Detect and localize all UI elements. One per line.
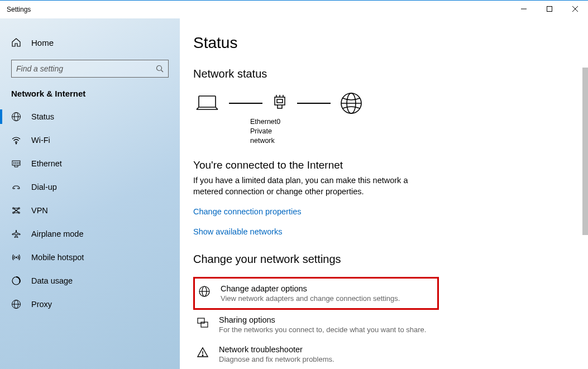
sidebar-item-label: Status bbox=[31, 112, 54, 121]
vpn-icon bbox=[11, 205, 21, 215]
connection-line bbox=[229, 103, 262, 104]
home-icon bbox=[11, 37, 21, 47]
sidebar-item-label: Wi-Fi bbox=[31, 136, 50, 145]
dialup-icon bbox=[11, 182, 21, 192]
svg-point-15 bbox=[13, 208, 15, 209]
connected-description: If you have a limited data plan, you can… bbox=[193, 175, 417, 198]
svg-rect-29 bbox=[275, 97, 285, 105]
ethernet-icon bbox=[11, 159, 21, 169]
setting-title: Change adapter options bbox=[221, 284, 400, 293]
setting-desc: Diagnose and fix network problems. bbox=[219, 355, 334, 363]
svg-point-4 bbox=[157, 66, 162, 71]
svg-rect-30 bbox=[277, 99, 283, 103]
sidebar: Home Network & Internet Status Wi-Fi bbox=[0, 18, 180, 369]
row-change-adapter-options[interactable]: Change adapter options View network adap… bbox=[193, 277, 439, 310]
internet-globe-icon bbox=[340, 92, 363, 115]
main-content: Status Network status Ethernet0 Private … bbox=[180, 18, 588, 369]
window-controls bbox=[511, 1, 588, 17]
home-label: Home bbox=[31, 38, 54, 47]
minimize-button[interactable] bbox=[511, 1, 537, 17]
data-usage-icon bbox=[11, 276, 21, 286]
sidebar-item-ethernet[interactable]: Ethernet bbox=[0, 152, 180, 175]
maximize-button[interactable] bbox=[537, 1, 562, 17]
sidebar-item-status[interactable]: Status bbox=[0, 105, 180, 128]
sidebar-item-dialup[interactable]: Dial-up bbox=[0, 175, 180, 199]
change-settings-heading: Change your network settings bbox=[193, 253, 575, 266]
setting-title: Sharing options bbox=[219, 315, 426, 324]
svg-point-16 bbox=[18, 208, 20, 209]
connection-line bbox=[297, 103, 331, 104]
network-status-heading: Network status bbox=[193, 68, 575, 80]
sidebar-item-airplane[interactable]: Airplane mode bbox=[0, 222, 180, 246]
sidebar-item-datausage[interactable]: Data usage bbox=[0, 269, 180, 293]
link-show-available-networks[interactable]: Show available networks bbox=[193, 227, 575, 236]
svg-point-23 bbox=[16, 257, 17, 258]
setting-title: Network troubleshooter bbox=[219, 345, 334, 354]
sidebar-item-label: Data usage bbox=[31, 276, 73, 285]
sharing-icon bbox=[197, 317, 209, 329]
sidebar-item-hotspot[interactable]: Mobile hotspot bbox=[0, 246, 180, 269]
laptop-icon bbox=[194, 94, 220, 113]
connected-heading: You're connected to the Internet bbox=[193, 159, 575, 171]
page-title: Status bbox=[193, 34, 575, 52]
sidebar-item-label: Mobile hotspot bbox=[31, 253, 84, 262]
row-sharing-options[interactable]: Sharing options For the networks you con… bbox=[193, 310, 439, 339]
sidebar-item-wifi[interactable]: Wi-Fi bbox=[0, 128, 180, 152]
sidebar-item-label: Proxy bbox=[31, 300, 52, 309]
setting-desc: View network adapters and change connect… bbox=[221, 294, 400, 303]
svg-point-18 bbox=[18, 212, 20, 214]
proxy-icon bbox=[11, 299, 21, 309]
sidebar-item-vpn[interactable]: VPN bbox=[0, 199, 180, 222]
svg-line-5 bbox=[161, 70, 164, 73]
svg-point-43 bbox=[202, 355, 203, 356]
scrollbar[interactable] bbox=[582, 68, 588, 235]
adapter-options-icon bbox=[198, 285, 211, 298]
sidebar-section-title: Network & Internet bbox=[0, 89, 180, 105]
sidebar-item-label: Airplane mode bbox=[31, 229, 84, 238]
globe-icon bbox=[11, 112, 21, 122]
sidebar-home[interactable]: Home bbox=[0, 33, 180, 52]
search-icon bbox=[156, 65, 164, 73]
link-change-connection-properties[interactable]: Change connection properties bbox=[193, 207, 575, 216]
sidebar-item-proxy[interactable]: Proxy bbox=[0, 293, 180, 316]
diagram-caption: Ethernet0 Private network bbox=[193, 117, 266, 146]
row-network-troubleshooter[interactable]: Network troubleshooter Diagnose and fix … bbox=[193, 339, 439, 369]
setting-desc: For the networks you connect to, decide … bbox=[219, 325, 426, 334]
adapter-name: Ethernet0 bbox=[250, 117, 266, 127]
sidebar-item-label: VPN bbox=[31, 206, 48, 215]
close-button[interactable] bbox=[562, 1, 588, 17]
search-input[interactable] bbox=[16, 64, 156, 73]
wifi-icon bbox=[11, 135, 21, 145]
troubleshoot-icon bbox=[197, 346, 209, 358]
network-type: Private network bbox=[250, 127, 266, 146]
sidebar-item-label: Dial-up bbox=[31, 183, 57, 191]
svg-point-9 bbox=[16, 143, 17, 144]
svg-rect-28 bbox=[199, 96, 216, 107]
svg-point-17 bbox=[13, 212, 15, 214]
sidebar-item-label: Ethernet bbox=[31, 159, 62, 168]
svg-rect-1 bbox=[547, 7, 552, 12]
titlebar: Settings bbox=[0, 1, 588, 18]
airplane-icon bbox=[11, 229, 21, 239]
network-diagram bbox=[193, 92, 575, 115]
hotspot-icon bbox=[11, 252, 21, 262]
adapter-icon bbox=[271, 94, 288, 113]
window-title: Settings bbox=[7, 6, 31, 13]
search-box[interactable] bbox=[11, 60, 169, 78]
